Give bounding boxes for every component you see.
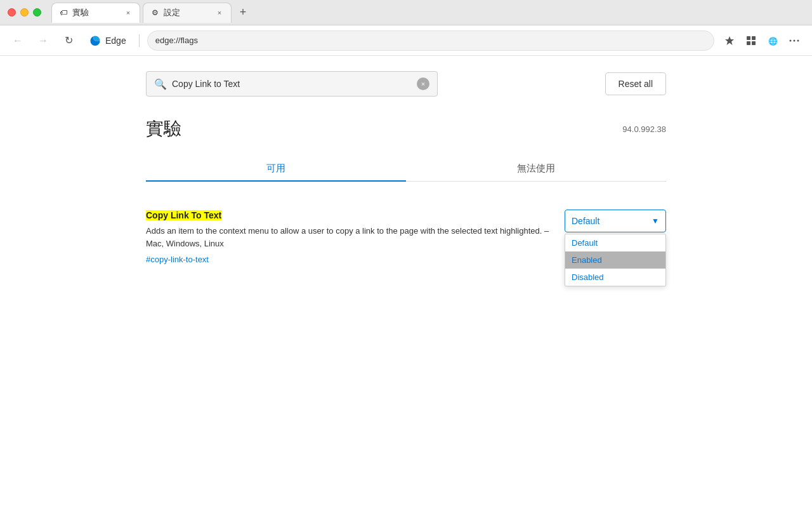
tab-close-experiments[interactable]: × (123, 8, 133, 18)
tab-experiments[interactable]: 🏷 實驗 × (51, 3, 140, 23)
tab-favicon-experiments: 🏷 (58, 8, 69, 18)
refresh-button[interactable]: ↻ (58, 30, 79, 51)
chevron-down-icon: ▼ (652, 217, 659, 225)
flag-anchor-link[interactable]: #copy-link-to-text (146, 255, 209, 264)
reset-all-button[interactable]: Reset all (605, 72, 666, 95)
address-bar[interactable]: edge://flags (147, 30, 714, 51)
search-bar[interactable]: 🔍 Copy Link to Text × (146, 71, 438, 97)
tab-unavailable[interactable]: 無法使用 (406, 156, 666, 181)
tab-label-settings: 設定 (164, 7, 180, 18)
svg-point-5 (790, 39, 792, 41)
tab-favicon-settings: ⚙ (150, 8, 160, 18)
more-icon[interactable] (784, 30, 804, 51)
version-label: 94.0.992.38 (622, 124, 666, 134)
nav-divider (139, 34, 140, 47)
tab-available[interactable]: 可用 (146, 156, 406, 181)
traffic-lights (8, 8, 41, 17)
dropdown-menu: Default Enabled Disabled (565, 234, 666, 286)
edge-logo: Edge (84, 34, 131, 47)
search-icon: 🔍 (154, 78, 167, 90)
dropdown-button[interactable]: Default ▼ (565, 210, 666, 232)
close-window-button[interactable] (8, 8, 16, 17)
tab-label-experiments: 實驗 (72, 7, 89, 18)
dropdown-option-disabled[interactable]: Disabled (565, 269, 665, 286)
page-title-row: 實驗 94.0.992.38 (146, 117, 666, 141)
section-tabs: 可用 無法使用 (146, 156, 666, 182)
forward-button[interactable]: → (33, 30, 53, 51)
flag-item-copy-link-to-text: Copy Link To Text Adds an item to the co… (146, 199, 666, 275)
tab-close-settings[interactable]: × (214, 8, 225, 18)
page-inner: 🔍 Copy Link to Text × Reset all 實驗 94.0.… (121, 71, 691, 275)
search-row: 🔍 Copy Link to Text × Reset all (146, 71, 666, 97)
flag-title: Copy Link To Text (146, 210, 549, 221)
svg-point-6 (794, 39, 796, 41)
toolbar-icons: 🌐 (719, 30, 804, 51)
dropdown-current-label: Default (572, 216, 599, 226)
svg-rect-3 (752, 41, 756, 45)
search-value: Copy Link to Text (172, 79, 412, 89)
dropdown-container[interactable]: Default ▼ Default Enabled Disabled (565, 210, 666, 232)
new-tab-button[interactable]: + (234, 4, 252, 22)
flag-title-text: Copy Link To Text (146, 210, 221, 220)
dropdown-option-enabled[interactable]: Enabled (565, 251, 665, 269)
svg-rect-2 (747, 41, 750, 45)
svg-rect-1 (752, 36, 756, 40)
back-button[interactable]: ← (8, 30, 28, 51)
svg-rect-0 (747, 36, 750, 40)
tab-bar: 🏷 實驗 × ⚙ 設定 × + (51, 3, 804, 23)
dropdown-option-default[interactable]: Default (565, 234, 665, 251)
navbar: ← → ↻ Edge edge://flags 🌐 (0, 25, 812, 56)
edge-label: Edge (105, 36, 126, 46)
flag-description: Adds an item to the context menu to allo… (146, 225, 549, 250)
page-title: 實驗 (146, 117, 181, 141)
collections-icon[interactable] (741, 30, 761, 51)
minimize-window-button[interactable] (20, 8, 29, 17)
page-content: 🔍 Copy Link to Text × Reset all 實驗 94.0.… (0, 56, 812, 508)
titlebar: 🏷 實驗 × ⚙ 設定 × + (0, 0, 812, 25)
tab-settings[interactable]: ⚙ 設定 × (143, 3, 232, 23)
svg-text:🌐: 🌐 (768, 36, 778, 46)
svg-point-7 (797, 39, 799, 41)
search-clear-button[interactable]: × (417, 77, 429, 90)
translate-icon[interactable]: 🌐 (763, 30, 783, 51)
favorites-icon[interactable] (719, 30, 740, 51)
edge-logo-icon (89, 34, 102, 47)
maximize-window-button[interactable] (33, 8, 41, 17)
flag-info: Copy Link To Text Adds an item to the co… (146, 210, 549, 265)
